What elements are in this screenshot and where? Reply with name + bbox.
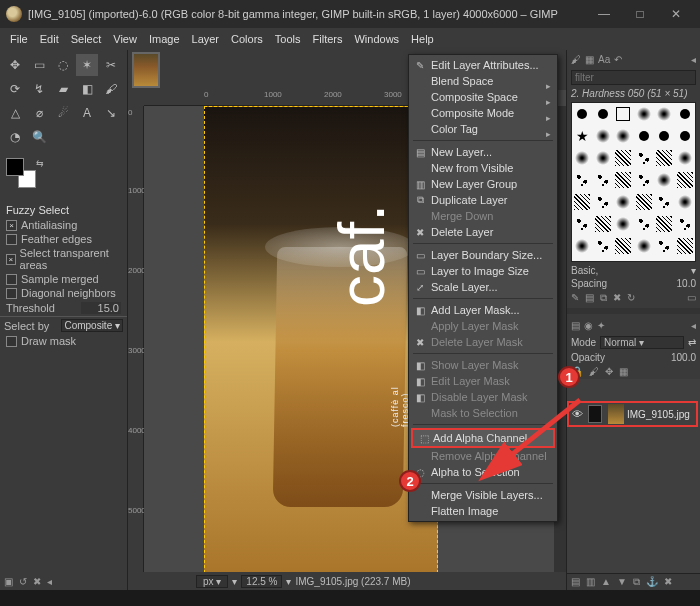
- spacing-value[interactable]: 10.0: [677, 278, 696, 289]
- menu-windows[interactable]: Windows: [348, 33, 405, 45]
- ctx-new-layer[interactable]: ▤New Layer...: [409, 144, 557, 160]
- window-minimize-button[interactable]: —: [586, 3, 622, 25]
- tool-eraser-icon[interactable]: △: [4, 102, 26, 124]
- menu-view[interactable]: View: [107, 33, 143, 45]
- brush-open-icon[interactable]: ▭: [687, 292, 696, 304]
- checkbox-icon[interactable]: [6, 274, 17, 285]
- ctx-color-tag[interactable]: Color Tag: [409, 121, 557, 137]
- mode-switch-icon[interactable]: ⇄: [688, 337, 696, 348]
- opt-select-transparent[interactable]: ×Select transparent areas: [0, 246, 127, 272]
- ctx-flatten-image[interactable]: Flatten Image: [409, 503, 557, 519]
- history-tab-icon[interactable]: ↶: [614, 54, 622, 65]
- ctx-edit-layer-attributes[interactable]: ✎Edit Layer Attributes...: [409, 57, 557, 73]
- ctx-duplicate-layer[interactable]: ⧉Duplicate Layer: [409, 192, 557, 208]
- menu-file[interactable]: File: [4, 33, 34, 45]
- footer-icon[interactable]: ▣: [4, 576, 13, 587]
- layer-new-icon[interactable]: ▤: [571, 576, 580, 588]
- checkbox-icon[interactable]: ×: [6, 220, 17, 231]
- menu-image[interactable]: Image: [143, 33, 186, 45]
- brush-dup-icon[interactable]: ⧉: [600, 292, 607, 304]
- layer-anchor-icon[interactable]: ⚓: [646, 576, 658, 588]
- menu-edit[interactable]: Edit: [34, 33, 65, 45]
- ctx-composite-space[interactable]: Composite Space: [409, 89, 557, 105]
- lock-move-icon[interactable]: ✥: [605, 366, 613, 377]
- ctx-new-from-visible[interactable]: New from Visible: [409, 160, 557, 176]
- brush-grid[interactable]: [571, 102, 696, 262]
- layer-mode-row[interactable]: Mode Normal ▾ ⇄: [567, 334, 700, 351]
- window-close-button[interactable]: ✕: [658, 3, 694, 25]
- ctx-layer-to-image-size[interactable]: ▭Layer to Image Size: [409, 263, 557, 279]
- footer-icon[interactable]: ↺: [19, 576, 27, 587]
- threshold-value[interactable]: 15.0: [81, 302, 121, 314]
- layer-dup-icon[interactable]: ⧉: [633, 576, 640, 588]
- opt-sample-merged[interactable]: Sample merged: [0, 272, 127, 286]
- tool-transform-icon[interactable]: ⟳: [4, 78, 26, 100]
- ctx-composite-mode[interactable]: Composite Mode: [409, 105, 557, 121]
- menu-layer[interactable]: Layer: [186, 33, 226, 45]
- layer-group-icon[interactable]: ▥: [586, 576, 595, 588]
- opt-diagonal-neighbors[interactable]: Diagonal neighbors: [0, 286, 127, 300]
- tool-text-icon[interactable]: A: [76, 102, 98, 124]
- layer-opacity-row[interactable]: Opacity100.0: [567, 351, 700, 364]
- brush-filter-input[interactable]: filter: [571, 70, 696, 85]
- opt-draw-mask[interactable]: Draw mask: [0, 334, 127, 348]
- tool-free-select-icon[interactable]: ◌: [52, 54, 74, 76]
- ctx-scale-layer[interactable]: ⤢Scale Layer...: [409, 279, 557, 295]
- window-maximize-button[interactable]: □: [622, 3, 658, 25]
- brush-del-icon[interactable]: ✖: [613, 292, 621, 304]
- brush-new-icon[interactable]: ▤: [585, 292, 594, 304]
- select-by-dropdown[interactable]: Composite ▾: [61, 319, 123, 332]
- checkbox-icon[interactable]: ×: [6, 254, 16, 265]
- layers-tab-icon[interactable]: ▤: [571, 320, 580, 331]
- brush-edit-icon[interactable]: ✎: [571, 292, 579, 304]
- ctx-add-layer-mask[interactable]: ◧Add Layer Mask...: [409, 302, 557, 318]
- checkbox-icon[interactable]: [6, 336, 17, 347]
- opt-feather-edges[interactable]: Feather edges: [0, 232, 127, 246]
- layer-name[interactable]: IMG_9105.jpg: [627, 409, 690, 420]
- ctx-delete-layer[interactable]: ✖Delete Layer: [409, 224, 557, 240]
- tool-path-icon[interactable]: ↘: [100, 102, 122, 124]
- footer-icon[interactable]: ✖: [33, 576, 41, 587]
- fg-color-swatch[interactable]: [6, 158, 24, 176]
- tool-zoom-icon[interactable]: 🔍: [28, 126, 50, 148]
- brush-refresh-icon[interactable]: ↻: [627, 292, 635, 304]
- tool-bucket-icon[interactable]: ▰: [52, 78, 74, 100]
- layer-down-icon[interactable]: ▼: [617, 576, 627, 588]
- tool-fuzzy-select-icon[interactable]: ✶: [76, 54, 98, 76]
- patterns-tab-icon[interactable]: ▦: [585, 54, 594, 65]
- unit-dropdown[interactable]: px ▾: [196, 575, 228, 588]
- checkbox-icon[interactable]: [6, 234, 17, 245]
- zoom-level[interactable]: 12.5 %: [241, 575, 282, 588]
- ctx-layer-boundary-size[interactable]: ▭Layer Boundary Size...: [409, 247, 557, 263]
- tool-rect-select-icon[interactable]: ▭: [28, 54, 50, 76]
- menu-tools[interactable]: Tools: [269, 33, 307, 45]
- swap-colors-icon[interactable]: ⇆: [36, 158, 44, 168]
- layer-thumb[interactable]: [608, 404, 624, 424]
- tool-clone-icon[interactable]: ⌀: [28, 102, 50, 124]
- opacity-value[interactable]: 100.0: [671, 352, 696, 363]
- brush-preset-row[interactable]: Basic,▾: [567, 264, 700, 277]
- ctx-new-layer-group[interactable]: ▥New Layer Group: [409, 176, 557, 192]
- image-canvas[interactable]: caf. (caffè al fresco): [204, 106, 438, 572]
- channels-tab-icon[interactable]: ◉: [584, 320, 593, 331]
- checkbox-icon[interactable]: [6, 288, 17, 299]
- brush-spacing-row[interactable]: Spacing10.0: [567, 277, 700, 290]
- zoom-out-icon[interactable]: ▾: [232, 576, 237, 587]
- fg-bg-swatch[interactable]: ⇆: [6, 158, 46, 194]
- menu-help[interactable]: Help: [405, 33, 440, 45]
- opt-threshold[interactable]: Threshold 15.0: [0, 300, 127, 316]
- paths-tab-icon[interactable]: ✦: [597, 320, 605, 331]
- image-tab[interactable]: [132, 52, 160, 88]
- layer-up-icon[interactable]: ▲: [601, 576, 611, 588]
- lock-brush-icon[interactable]: 🖌: [589, 366, 599, 377]
- tool-move-icon[interactable]: ✥: [4, 54, 26, 76]
- layer-mask-thumb[interactable]: [588, 405, 602, 423]
- ctx-blend-space[interactable]: Blend Space: [409, 73, 557, 89]
- menu-filters[interactable]: Filters: [307, 33, 349, 45]
- tool-warp-icon[interactable]: ↯: [28, 78, 50, 100]
- menu-colors[interactable]: Colors: [225, 33, 269, 45]
- opt-select-by[interactable]: Select by Composite ▾: [0, 316, 127, 334]
- lock-alpha-icon[interactable]: ▦: [619, 366, 628, 377]
- tool-color-picker-icon[interactable]: ◔: [4, 126, 26, 148]
- tool-brush-icon[interactable]: 🖌: [100, 78, 122, 100]
